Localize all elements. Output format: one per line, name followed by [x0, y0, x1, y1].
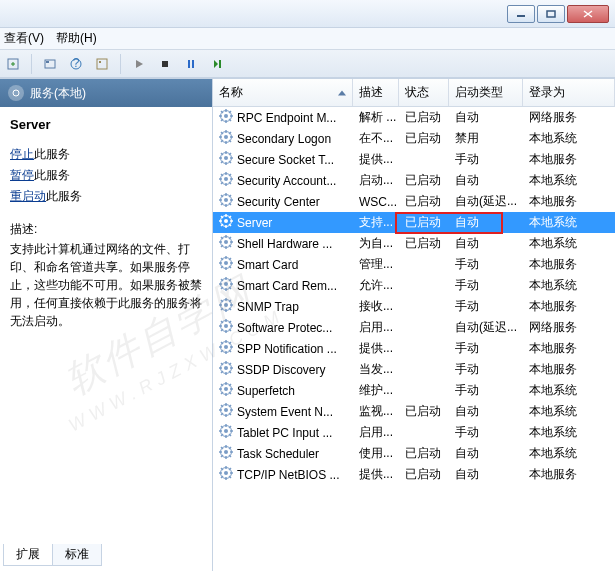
svg-point-185: [224, 471, 228, 475]
service-desc: 在不...: [353, 130, 399, 147]
service-name: SPP Notification ...: [237, 342, 337, 356]
service-logon: 本地服务: [523, 361, 615, 378]
help-icon[interactable]: ?: [65, 53, 87, 75]
service-startup: 禁用: [449, 130, 523, 147]
svg-rect-9: [162, 61, 168, 67]
pause-service-link[interactable]: 暂停: [10, 168, 34, 182]
service-desc: 启动...: [353, 172, 399, 189]
service-name: Security Center: [237, 195, 320, 209]
tab-standard[interactable]: 标准: [52, 544, 102, 566]
selected-service-name: Server: [10, 117, 202, 132]
gear-icon: [219, 424, 233, 441]
svg-rect-1: [547, 11, 555, 17]
service-desc: 监视...: [353, 403, 399, 420]
gear-icon: [219, 193, 233, 210]
table-row[interactable]: Tablet PC Input ...启用...手动本地系统: [213, 422, 615, 443]
tab-extended[interactable]: 扩展: [3, 544, 53, 566]
play-icon[interactable]: [128, 53, 150, 75]
minimize-button[interactable]: [507, 5, 535, 23]
table-row[interactable]: Security Account...启动...已启动自动本地系统: [213, 170, 615, 191]
service-desc: 提供...: [353, 466, 399, 483]
left-panel-title: 服务(本地): [30, 85, 86, 102]
table-row[interactable]: Secure Socket T...提供...手动本地服务: [213, 149, 615, 170]
properties-icon[interactable]: [91, 53, 113, 75]
col-name[interactable]: 名称: [213, 79, 353, 106]
gear-icon: [219, 109, 233, 126]
svg-point-165: [224, 429, 228, 433]
service-name: Secondary Logon: [237, 132, 331, 146]
svg-point-85: [224, 261, 228, 265]
table-row[interactable]: TCP/IP NetBIOS ...提供...已启动自动本地服务: [213, 464, 615, 485]
gear-icon: [219, 151, 233, 168]
service-logon: 本地服务: [523, 298, 615, 315]
menu-view[interactable]: 查看(V): [4, 30, 44, 47]
table-row[interactable]: SPP Notification ...提供...手动本地服务: [213, 338, 615, 359]
service-startup: 手动: [449, 256, 523, 273]
service-startup: 自动(延迟...: [449, 319, 523, 336]
stop-service-link[interactable]: 停止: [10, 147, 34, 161]
svg-point-25: [224, 135, 228, 139]
restart-service-link[interactable]: 重启动: [10, 189, 46, 203]
table-row[interactable]: RPC Endpoint M...解析 ...已启动自动网络服务: [213, 107, 615, 128]
description-text: 支持此计算机通过网络的文件、打印、和命名管道共享。如果服务停止，这些功能不可用。…: [10, 240, 202, 330]
service-startup: 自动: [449, 235, 523, 252]
service-logon: 本地系统: [523, 277, 615, 294]
service-logon: 网络服务: [523, 319, 615, 336]
col-startup[interactable]: 启动类型: [449, 79, 523, 106]
service-desc: 维护...: [353, 382, 399, 399]
service-name: System Event N...: [237, 405, 333, 419]
export-icon[interactable]: [2, 53, 24, 75]
gear-icon: [219, 382, 233, 399]
service-startup: 手动: [449, 277, 523, 294]
table-row[interactable]: Server支持...已启动自动本地系统: [213, 212, 615, 233]
gear-icon: [219, 361, 233, 378]
service-logon: 本地服务: [523, 256, 615, 273]
service-status: 已启动: [399, 130, 449, 147]
table-row[interactable]: Superfetch维护...手动本地系统: [213, 380, 615, 401]
table-row[interactable]: Smart Card Rem...允许...手动本地系统: [213, 275, 615, 296]
pause-icon[interactable]: [180, 53, 202, 75]
table-row[interactable]: Task Scheduler使用...已启动自动本地系统: [213, 443, 615, 464]
menubar: 查看(V) 帮助(H): [0, 28, 615, 50]
service-startup: 手动: [449, 151, 523, 168]
service-name: RPC Endpoint M...: [237, 111, 336, 125]
svg-text:?: ?: [73, 57, 80, 70]
service-startup: 自动: [449, 109, 523, 126]
service-desc: 启用...: [353, 424, 399, 441]
table-row[interactable]: Smart Card管理...手动本地服务: [213, 254, 615, 275]
gear-icon: [219, 235, 233, 252]
svg-rect-8: [99, 61, 101, 63]
table-row[interactable]: System Event N...监视...已启动自动本地系统: [213, 401, 615, 422]
stop-icon[interactable]: [154, 53, 176, 75]
table-row[interactable]: Secondary Logon在不...已启动禁用本地系统: [213, 128, 615, 149]
col-logon[interactable]: 登录为: [523, 79, 615, 106]
table-row[interactable]: Shell Hardware ...为自...已启动自动本地系统: [213, 233, 615, 254]
services-icon: [8, 85, 24, 101]
svg-point-65: [224, 219, 228, 223]
menu-help[interactable]: 帮助(H): [56, 30, 97, 47]
refresh-icon[interactable]: [39, 53, 61, 75]
service-startup: 自动: [449, 214, 523, 231]
svg-point-125: [224, 345, 228, 349]
gear-icon: [219, 256, 233, 273]
table-row[interactable]: SNMP Trap接收...手动本地服务: [213, 296, 615, 317]
close-button[interactable]: [567, 5, 609, 23]
service-desc: 允许...: [353, 277, 399, 294]
service-desc: 使用...: [353, 445, 399, 462]
table-row[interactable]: Security CenterWSC...已启动自动(延迟...本地服务: [213, 191, 615, 212]
service-status: 已启动: [399, 193, 449, 210]
col-status[interactable]: 状态: [399, 79, 449, 106]
service-startup: 自动: [449, 466, 523, 483]
table-row[interactable]: Software Protec...启用...自动(延迟...网络服务: [213, 317, 615, 338]
svg-point-13: [13, 90, 19, 96]
col-desc[interactable]: 描述: [353, 79, 399, 106]
svg-rect-7: [97, 59, 107, 69]
gear-icon: [219, 214, 233, 231]
service-status: 已启动: [399, 403, 449, 420]
service-desc: 当发...: [353, 361, 399, 378]
maximize-button[interactable]: [537, 5, 565, 23]
service-desc: 为自...: [353, 235, 399, 252]
restart-icon[interactable]: [206, 53, 228, 75]
gear-icon: [219, 298, 233, 315]
table-row[interactable]: SSDP Discovery当发...手动本地服务: [213, 359, 615, 380]
